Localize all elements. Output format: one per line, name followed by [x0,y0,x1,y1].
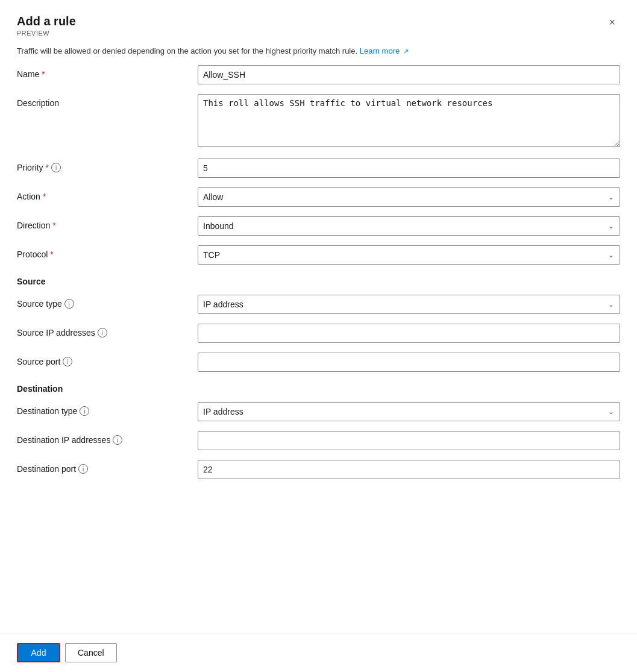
destination-heading: Destination [17,384,620,394]
source-ip-input[interactable] [198,324,620,343]
source-heading: Source [17,277,620,286]
external-link-icon: ↗ [403,48,409,55]
priority-info-icon: i [51,163,61,172]
source-port-input[interactable] [198,353,620,372]
protocol-required: * [50,250,53,259]
protocol-control: TCP UDP Any ⌄ [198,245,620,265]
dialog-footer: Add Cancel [0,633,637,672]
dest-ip-row: Destination IP addresses i [17,431,620,450]
direction-label: Direction * [17,216,198,230]
info-text: Traffic will be allowed or denied depend… [17,46,357,55]
source-ip-info-icon: i [98,328,107,338]
action-select[interactable]: Allow Deny [198,187,620,207]
dest-ip-control [198,431,620,450]
dialog-subtitle: PREVIEW [17,30,76,37]
dest-type-label: Destination type i [17,402,198,416]
source-ip-row: Source IP addresses i [17,324,620,343]
dest-port-label: Destination port i [17,460,198,474]
priority-required: * [46,163,49,172]
name-input[interactable] [198,65,620,84]
source-type-select[interactable]: IP address Service Tag Application secur… [198,295,620,314]
name-label: Name * [17,65,198,79]
direction-required: * [52,221,55,230]
name-control [198,65,620,84]
priority-control [198,159,620,178]
direction-select-wrapper: Inbound Outbound ⌄ [198,216,620,236]
action-label: Action * [17,187,198,201]
add-button[interactable]: Add [17,643,60,662]
source-port-info-icon: i [63,357,72,366]
action-control: Allow Deny ⌄ [198,187,620,207]
description-control [198,94,620,149]
priority-row: Priority * i [17,159,620,178]
description-input[interactable] [198,94,620,147]
description-row: Description [17,94,620,149]
source-type-control: IP address Service Tag Application secur… [198,295,620,314]
description-label: Description [17,94,198,108]
source-ip-label: Source IP addresses i [17,324,198,338]
dest-port-info-icon: i [78,464,88,474]
source-type-info-icon: i [64,299,74,309]
protocol-label: Protocol * [17,245,198,259]
protocol-select-wrapper: TCP UDP Any ⌄ [198,245,620,265]
action-row: Action * Allow Deny ⌄ [17,187,620,207]
dest-type-info-icon: i [80,406,89,416]
source-type-select-wrapper: IP address Service Tag Application secur… [198,295,620,314]
name-row: Name * [17,65,620,84]
name-required: * [42,69,45,79]
dest-type-select-wrapper: IP address Service Tag Application secur… [198,402,620,421]
dest-type-row: Destination type i IP address Service Ta… [17,402,620,421]
priority-input[interactable] [198,159,620,178]
cancel-button[interactable]: Cancel [65,643,117,662]
dest-ip-label: Destination IP addresses i [17,431,198,445]
title-block: Add a rule PREVIEW [17,14,76,37]
dest-port-row: Destination port i [17,460,620,479]
protocol-select[interactable]: TCP UDP Any [198,245,620,265]
source-port-control [198,353,620,372]
priority-label: Priority * i [17,159,198,172]
action-select-wrapper: Allow Deny ⌄ [198,187,620,207]
dest-port-input[interactable] [198,460,620,479]
source-type-row: Source type i IP address Service Tag App… [17,295,620,314]
dest-ip-input[interactable] [198,431,620,450]
source-port-label: Source port i [17,353,198,366]
source-type-label: Source type i [17,295,198,309]
add-rule-dialog: Add a rule PREVIEW × Traffic will be all… [0,0,637,672]
direction-row: Direction * Inbound Outbound ⌄ [17,216,620,236]
close-button[interactable]: × [604,14,620,30]
action-required: * [43,192,46,201]
dialog-title: Add a rule [17,14,76,28]
source-port-row: Source port i [17,353,620,372]
protocol-row: Protocol * TCP UDP Any ⌄ [17,245,620,265]
dest-port-control [198,460,620,479]
direction-select[interactable]: Inbound Outbound [198,216,620,236]
direction-control: Inbound Outbound ⌄ [198,216,620,236]
dest-type-select[interactable]: IP address Service Tag Application secur… [198,402,620,421]
info-bar: Traffic will be allowed or denied depend… [0,42,637,65]
dest-type-control: IP address Service Tag Application secur… [198,402,620,421]
form-body: Name * Description Priority * i [0,65,637,628]
source-ip-control [198,324,620,343]
learn-more-link[interactable]: Learn more ↗ [360,46,409,55]
dialog-header: Add a rule PREVIEW × [0,0,637,42]
dest-ip-info-icon: i [113,435,122,445]
